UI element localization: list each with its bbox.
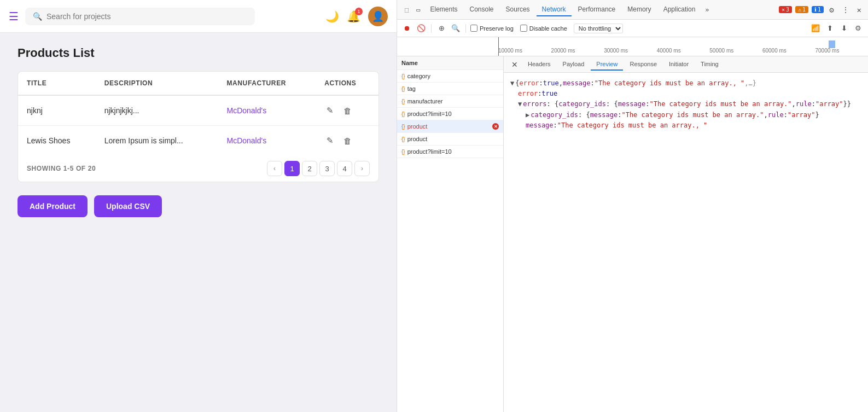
- json-toggle-4[interactable]: ▶: [526, 110, 529, 120]
- page-button-3[interactable]: 3: [319, 161, 335, 176]
- page-button-4[interactable]: 4: [337, 161, 352, 176]
- network-content: Name {} category {} tag {} manufacturer …: [397, 56, 868, 412]
- json-toggle-1[interactable]: ▼: [510, 78, 514, 89]
- json-icon: {}: [401, 73, 405, 79]
- request-item[interactable]: {} product: [397, 133, 503, 146]
- edit-button[interactable]: ✎: [324, 103, 336, 118]
- avatar[interactable]: 👤: [368, 7, 388, 26]
- preview-tab-preview[interactable]: Preview: [591, 59, 623, 71]
- preview-tab-initiator[interactable]: Initiator: [663, 59, 694, 71]
- timeline-label-7: 70000 ms: [815, 48, 868, 56]
- request-name: tag: [407, 85, 499, 92]
- json-line-4: ▶ category_ids : { message : "The catego…: [510, 110, 861, 120]
- tab-elements[interactable]: Elements: [424, 3, 463, 16]
- cell-actions: ✎ 🗑: [316, 126, 378, 156]
- warning-count-badge[interactable]: ⚠ 1: [795, 6, 808, 13]
- notifications-button[interactable]: 🔔 1: [347, 10, 360, 23]
- top-bar: ☰ 🔍 🌙 🔔 1 👤: [0, 0, 397, 33]
- request-item[interactable]: {} product?limit=10: [397, 108, 503, 120]
- clear-button[interactable]: 🚫: [416, 23, 427, 34]
- hamburger-icon[interactable]: ☰: [9, 10, 19, 23]
- download-icon[interactable]: ⬇: [838, 23, 849, 34]
- request-item[interactable]: {} product?limit=10: [397, 146, 503, 158]
- error-count-badge[interactable]: ✕ 3: [779, 6, 792, 13]
- timeline-label-3: 30000 ms: [604, 48, 657, 56]
- col-header-description: DESCRIPTION: [96, 72, 218, 95]
- request-item[interactable]: {} manufacturer: [397, 95, 503, 108]
- add-product-button[interactable]: Add Product: [18, 195, 88, 217]
- cell-title: Lewis Shoes: [18, 126, 96, 156]
- info-count-badge[interactable]: ℹ 1: [812, 6, 824, 13]
- cell-title: njknj: [18, 95, 96, 126]
- notification-badge: 1: [355, 8, 363, 15]
- preview-tab-timing[interactable]: Timing: [695, 59, 724, 71]
- request-name: product: [407, 123, 490, 130]
- devtools-more-tabs[interactable]: »: [702, 4, 712, 16]
- col-header-manufacturer: MANUFACTURER: [218, 72, 316, 95]
- request-name: product?limit=10: [407, 148, 499, 155]
- settings-icon-net[interactable]: ⚙: [853, 23, 864, 34]
- request-name: category: [407, 73, 499, 79]
- record-button[interactable]: ⏺: [401, 23, 412, 34]
- preserve-log-checkbox[interactable]: [470, 25, 477, 32]
- json-toggle-3[interactable]: ▼: [518, 99, 522, 109]
- upload-csv-button[interactable]: Upload CSV: [94, 195, 162, 217]
- tab-network[interactable]: Network: [537, 3, 572, 16]
- preview-tab-payload[interactable]: Payload: [557, 59, 590, 71]
- request-item[interactable]: {} category: [397, 70, 503, 83]
- page-title: Products List: [18, 46, 379, 60]
- tab-console[interactable]: Console: [464, 3, 499, 16]
- cell-description: njkjnjkjkj...: [96, 95, 218, 126]
- tab-memory[interactable]: Memory: [622, 3, 656, 16]
- json-icon: {}: [401, 124, 405, 130]
- devtools-cursor-icon[interactable]: ⬚: [401, 4, 412, 16]
- toolbar-separator-2: [465, 24, 466, 33]
- main-content: Products List TITLE DESCRIPTION MANUFACT…: [0, 33, 397, 230]
- tab-performance[interactable]: Performance: [573, 3, 621, 16]
- delete-button[interactable]: 🗑: [341, 104, 354, 118]
- request-item[interactable]: {} product ✕: [397, 120, 503, 133]
- devtools-close-icon[interactable]: ✕: [855, 5, 864, 14]
- upload-icon[interactable]: ⬆: [824, 23, 835, 34]
- search-input[interactable]: [46, 12, 247, 21]
- edit-button[interactable]: ✎: [324, 134, 336, 148]
- requests-header: Name: [397, 56, 503, 70]
- throttle-select[interactable]: No throttling Fast 3G Slow 3G: [574, 24, 623, 33]
- search-button[interactable]: 🔍: [450, 23, 461, 34]
- timeline-labels: 10000 ms 20000 ms 30000 ms 40000 ms 5000…: [397, 48, 868, 56]
- request-name: product?limit=10: [407, 111, 499, 117]
- bottom-actions: Add Product Upload CSV: [18, 195, 379, 217]
- request-item[interactable]: {} tag: [397, 83, 503, 95]
- filter-button[interactable]: ⊕: [436, 23, 447, 34]
- json-line-2: error : true: [510, 89, 861, 99]
- devtools-topbar: ⬚ ▭ Elements Console Sources Network Per…: [397, 0, 868, 20]
- dark-mode-icon[interactable]: 🌙: [325, 10, 339, 23]
- preview-tab-response[interactable]: Response: [624, 59, 662, 71]
- next-page-button[interactable]: ›: [354, 161, 370, 176]
- wifi-icon[interactable]: 📶: [810, 23, 821, 34]
- devtools-responsive-icon[interactable]: ▭: [413, 4, 423, 16]
- page-button-2[interactable]: 2: [302, 161, 317, 176]
- disable-cache-checkbox[interactable]: [520, 25, 527, 32]
- preview-tabs: ✕ Headers Payload Preview Response Initi…: [504, 56, 868, 73]
- timeline-cursor: [498, 37, 499, 56]
- devtools-menu-icon[interactable]: ⋮: [840, 5, 852, 14]
- json-preview: ▼ { error : true , message : "The catego…: [504, 73, 868, 412]
- timeline-indicator: [829, 40, 835, 48]
- preview-tab-headers[interactable]: Headers: [522, 59, 556, 71]
- timeline-label-6: 60000 ms: [762, 48, 815, 56]
- json-line-3: ▼ errors : { category_ids : { message : …: [510, 99, 861, 109]
- tab-application[interactable]: Application: [658, 3, 701, 16]
- delete-button[interactable]: 🗑: [341, 134, 354, 148]
- tab-sources[interactable]: Sources: [500, 3, 535, 16]
- page-button-1[interactable]: 1: [284, 161, 300, 176]
- request-name: product: [407, 136, 499, 142]
- search-box: 🔍: [25, 8, 255, 25]
- devtools-settings-icon[interactable]: ⚙: [827, 5, 836, 14]
- preserve-log-label[interactable]: Preserve log: [470, 25, 514, 32]
- prev-page-button[interactable]: ‹: [267, 161, 282, 176]
- products-table: TITLE DESCRIPTION MANUFACTURER ACTIONS n…: [18, 71, 379, 182]
- json-icon: {}: [401, 136, 405, 142]
- disable-cache-label[interactable]: Disable cache: [520, 25, 567, 32]
- preview-close-button[interactable]: ✕: [508, 60, 521, 69]
